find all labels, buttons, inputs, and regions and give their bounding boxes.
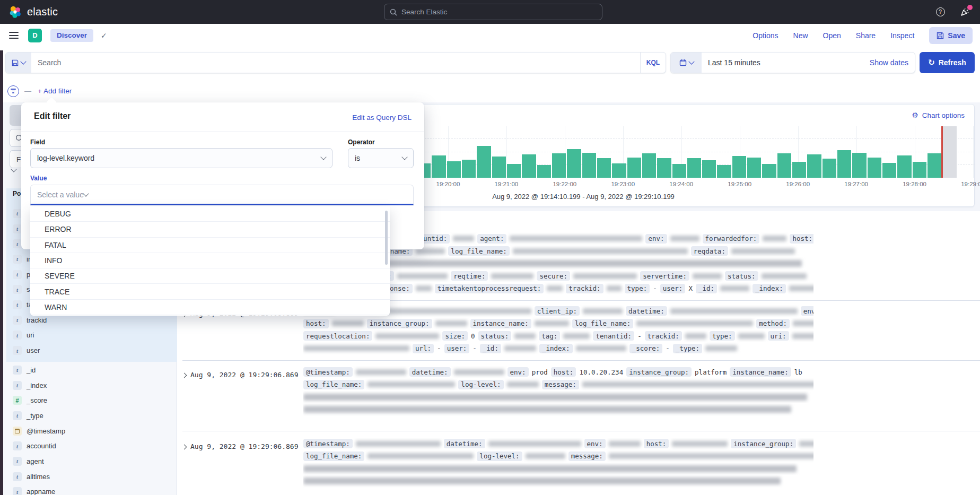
kql-search-input[interactable]: Search [31, 58, 640, 67]
saved-query-menu-button[interactable] [6, 53, 31, 73]
histogram-bar[interactable] [537, 165, 551, 178]
redacted-value [368, 453, 474, 459]
space-avatar[interactable]: D [28, 29, 42, 42]
sidebar-field-_index[interactable]: t_index [0, 378, 177, 393]
document-line[interactable] [303, 403, 813, 416]
histogram-bar[interactable] [552, 153, 566, 178]
histogram-bar[interactable] [522, 154, 536, 178]
filter-dash-icon: — [24, 87, 31, 95]
menu-icon[interactable] [9, 32, 19, 39]
document-line[interactable]: log_file_name:log-level:message: [303, 450, 813, 463]
histogram-bar[interactable] [732, 156, 746, 178]
histogram-bar[interactable] [702, 160, 716, 178]
value-option-warn[interactable]: WARN [30, 300, 390, 315]
histogram-bar[interactable] [777, 153, 791, 178]
histogram-bar[interactable] [822, 159, 836, 178]
histogram-bar[interactable] [913, 162, 926, 178]
sidebar-field-accountid[interactable]: taccountid [0, 438, 177, 454]
histogram-bar[interactable] [612, 163, 626, 178]
histogram-bar[interactable] [807, 154, 821, 178]
sidebar-field-_score[interactable]: #_score [0, 393, 177, 408]
newsfeed-icon[interactable] [959, 6, 970, 18]
histogram-bar[interactable] [582, 153, 596, 178]
histogram-bar[interactable] [492, 157, 506, 178]
redacted-value [792, 333, 813, 339]
histogram-bar[interactable] [852, 153, 866, 178]
sidebar-field-@timestamp[interactable]: @timestamp [0, 423, 177, 439]
histogram-bar[interactable] [642, 153, 656, 178]
histogram-bar[interactable] [507, 164, 521, 178]
histogram-bar[interactable] [447, 161, 461, 178]
histogram-bar[interactable] [717, 165, 731, 178]
histogram-bar[interactable] [672, 164, 686, 178]
sidebar-field-user[interactable]: tuser [0, 343, 177, 358]
histogram-bar[interactable] [868, 158, 881, 178]
options-button[interactable]: Options [752, 31, 778, 40]
refresh-button[interactable]: ↻ Refresh [920, 52, 975, 73]
expand-row-icon[interactable] [182, 372, 187, 378]
save-button[interactable]: Save [929, 27, 973, 44]
histogram-bar[interactable] [837, 150, 851, 178]
operator-select[interactable]: is [348, 148, 414, 168]
histogram-bar[interactable] [597, 158, 611, 178]
histogram-bar[interactable] [477, 146, 491, 178]
document-line[interactable]: @timestamp:datetime:env:host:instance_gr… [303, 438, 813, 450]
value-option-fatal[interactable]: FATAL [30, 238, 390, 253]
field-label: alltimes [27, 473, 50, 481]
redacted-value [799, 441, 813, 447]
edit-as-query-dsl-link[interactable]: Edit as Query DSL [352, 114, 412, 121]
histogram-bar[interactable] [657, 158, 671, 178]
sidebar-field-agent[interactable]: tagent [0, 454, 177, 469]
value-option-error[interactable]: ERROR [30, 222, 390, 237]
document-line[interactable]: requestlocation:size:0status:tag:tenanti… [303, 330, 813, 343]
add-filter-button[interactable]: + Add filter [38, 87, 72, 95]
sidebar-field-appname[interactable]: tappname [0, 484, 177, 495]
document-line[interactable] [303, 391, 813, 404]
field-name-badge: trackid: [566, 284, 603, 293]
value-combobox[interactable]: Select a value [30, 185, 414, 205]
value-option-trace[interactable]: TRACE [30, 284, 390, 299]
document-line[interactable]: @timestamp:datetime:env:prodhost:10.0.20… [303, 366, 813, 379]
sidebar-field-_id[interactable]: t_id [0, 362, 177, 378]
breadcrumb[interactable]: Discover [50, 29, 93, 42]
query-language-button[interactable]: KQL [640, 53, 666, 73]
expand-row-icon[interactable] [182, 444, 187, 449]
histogram-bar[interactable] [882, 163, 896, 178]
field-select[interactable]: log-level.keyword [30, 148, 332, 168]
histogram-bar[interactable] [762, 164, 776, 178]
date-quick-menu-button[interactable] [671, 53, 702, 73]
time-range-value[interactable]: Last 15 minutes [702, 58, 870, 67]
sidebar-field-uri[interactable]: turi [0, 328, 177, 343]
document-line[interactable]: url:-user:-_id:_index:_score:-_type: [303, 342, 813, 355]
new-button[interactable]: New [793, 31, 808, 40]
chart-options-button[interactable]: ⚙ Chart options [912, 111, 965, 119]
value-option-info[interactable]: INFO [30, 253, 390, 268]
histogram-bar[interactable] [928, 153, 941, 178]
field-name-badge: env: [645, 234, 667, 244]
open-button[interactable]: Open [823, 31, 841, 40]
share-button[interactable]: Share [856, 31, 876, 40]
inspect-button[interactable]: Inspect [890, 31, 914, 40]
help-icon[interactable]: ? [934, 6, 946, 18]
histogram-bar[interactable] [897, 155, 911, 178]
histogram-bar[interactable] [627, 158, 641, 178]
histogram-bar[interactable] [432, 155, 445, 178]
document-line[interactable] [303, 475, 813, 488]
options-scrollbar[interactable] [385, 211, 388, 265]
sidebar-field-alltimes[interactable]: talltimes [0, 469, 177, 484]
histogram-bar[interactable] [792, 162, 806, 178]
elastic-brand[interactable]: elastic [0, 5, 58, 19]
document-line[interactable]: host:instance_group:instance_name:log_fi… [303, 317, 813, 330]
histogram-bar[interactable] [567, 149, 581, 178]
show-dates-button[interactable]: Show dates [870, 58, 915, 67]
histogram-bar[interactable] [687, 158, 701, 178]
value-option-severe[interactable]: SEVERE [30, 268, 390, 284]
value-option-debug[interactable]: DEBUG [30, 206, 390, 222]
histogram-bar[interactable] [747, 158, 761, 178]
document-line[interactable]: log_file_name:log-level:message: [303, 378, 813, 391]
sidebar-field-_type[interactable]: t_type [0, 408, 177, 423]
filter-menu-icon[interactable] [7, 85, 19, 97]
document-line[interactable] [303, 463, 813, 475]
global-search-input[interactable]: Search Elastic [384, 4, 602, 20]
histogram-bar[interactable] [462, 160, 476, 178]
